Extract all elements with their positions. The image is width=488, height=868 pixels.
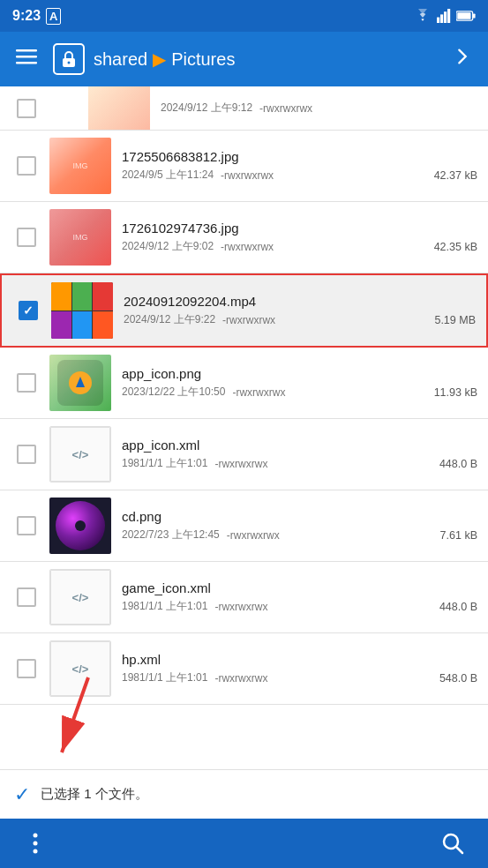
checkbox-area xyxy=(11,438,42,470)
breadcrumb: shared ▶ Pictures xyxy=(94,49,437,70)
file-thumbnail xyxy=(49,355,111,411)
file-permissions: -rwxrwxrwx xyxy=(214,672,267,685)
file-item-selected[interactable]: 20240912092204.mp4 2024/9/12 上午9:22 -rwx… xyxy=(0,273,488,348)
status-left: 9:23 A xyxy=(12,8,61,25)
file-item[interactable]: </> hp.xml 1981/1/1 上午1:01 -rwxrwxrwx 54… xyxy=(0,633,488,705)
svg-rect-8 xyxy=(16,56,37,58)
svg-rect-5 xyxy=(457,12,470,19)
file-permissions: -rwxrwxrwx xyxy=(232,386,285,399)
file-date: 2024/9/12 上午9:02 xyxy=(122,239,214,254)
file-item[interactable]: </> app_icon.xml 1981/1/1 上午1:01 -rwxrwx… xyxy=(0,419,488,490)
file-meta: 1981/1/1 上午1:01 -rwxrwxrwx 548.0 B xyxy=(122,670,477,685)
file-item[interactable]: app_icon.png 2023/12/22 上午10:50 -rwxrwxr… xyxy=(0,348,488,419)
checkbox-area xyxy=(11,581,42,613)
file-thumbnail: IMG xyxy=(49,209,111,266)
file-permissions: -rwxrwxrwx xyxy=(227,529,280,542)
file-info: 1726102974736.jpg 2024/9/12 上午9:02 -rwxr… xyxy=(122,221,477,254)
checkbox-area xyxy=(12,295,44,326)
file-checkbox[interactable] xyxy=(17,228,36,247)
checkbox-area xyxy=(11,150,42,182)
partial-file-item: 2024/9/12 上午9:12 -rwxrwxrwx xyxy=(0,86,488,131)
file-permissions: -rwxrwxrwx xyxy=(214,601,267,613)
menu-button[interactable] xyxy=(9,39,44,79)
file-item[interactable]: IMG 1725506683812.jpg 2024/9/5 上午11:24 -… xyxy=(0,131,488,202)
file-size: 548.0 B xyxy=(439,672,477,685)
file-item[interactable]: IMG 1726102974736.jpg 2024/9/12 上午9:02 -… xyxy=(0,202,488,273)
status-a-icon: A xyxy=(46,8,61,25)
battery-icon xyxy=(456,10,476,22)
file-size: 448.0 B xyxy=(439,601,477,613)
top-bar: shared ▶ Pictures xyxy=(0,32,488,86)
svg-rect-0 xyxy=(437,18,439,23)
file-size: 448.0 B xyxy=(439,458,477,470)
file-date: 2022/7/23 上午12:45 xyxy=(122,528,220,542)
file-permissions: -rwxrwxrwx xyxy=(221,241,274,253)
file-size: 11.93 kB xyxy=(434,386,477,399)
file-meta: 2024/9/5 上午11:24 -rwxrwxrwx 42.37 kB xyxy=(122,168,477,183)
file-info: cd.png 2022/7/23 上午12:45 -rwxrwxrwx 7.61… xyxy=(122,509,477,542)
file-checkbox[interactable] xyxy=(17,587,36,607)
checkbox[interactable] xyxy=(17,99,36,118)
file-thumbnail xyxy=(49,498,111,554)
chevron-right-icon[interactable] xyxy=(446,40,479,79)
file-date: 1981/1/1 上午1:01 xyxy=(122,670,207,685)
file-meta: 2024/9/12 上午9:22 -rwxrwxrwx 5.19 MB xyxy=(124,312,476,327)
file-meta: 2022/7/23 上午12:45 -rwxrwxrwx 7.61 kB xyxy=(122,528,477,542)
more-options-button[interactable] xyxy=(18,826,53,861)
checkbox-partial xyxy=(11,93,42,124)
file-name: 20240912092204.mp4 xyxy=(124,294,476,309)
svg-rect-1 xyxy=(440,14,443,23)
file-item[interactable]: cd.png 2022/7/23 上午12:45 -rwxrwxrwx 7.61… xyxy=(0,490,488,562)
selection-check-icon: ✓ xyxy=(14,783,30,806)
svg-rect-7 xyxy=(16,49,37,52)
svg-line-19 xyxy=(456,847,462,853)
checkbox-area xyxy=(11,367,42,399)
file-checkbox[interactable] xyxy=(17,445,36,464)
file-size: 42.35 kB xyxy=(434,241,477,253)
file-date: 2024/9/5 上午11:24 xyxy=(122,168,214,183)
file-checkbox-checked[interactable] xyxy=(19,301,38,320)
file-date: 1981/1/1 上午1:01 xyxy=(122,456,207,471)
partial-file-meta: 2024/9/12 上午9:12 -rwxrwxrwx xyxy=(161,101,312,116)
checkbox-area xyxy=(11,510,42,542)
file-permissions: -rwxrwxrwx xyxy=(222,314,275,326)
status-time: 9:23 xyxy=(12,8,41,24)
file-checkbox[interactable] xyxy=(17,156,36,176)
checkbox-area xyxy=(11,221,42,253)
svg-rect-6 xyxy=(473,13,476,18)
file-item[interactable]: </> game_icon.xml 1981/1/1 上午1:01 -rwxrw… xyxy=(0,562,488,633)
file-thumbnail xyxy=(51,282,113,339)
file-meta: 1981/1/1 上午1:01 -rwxrwxrwx 448.0 B xyxy=(122,456,477,471)
file-date: 2023/12/22 上午10:50 xyxy=(122,385,225,400)
file-meta: 1981/1/1 上午1:01 -rwxrwxrwx 448.0 B xyxy=(122,599,477,614)
search-button[interactable] xyxy=(435,826,470,861)
svg-point-15 xyxy=(34,834,38,838)
file-info: app_icon.png 2023/12/22 上午10:50 -rwxrwxr… xyxy=(122,366,477,400)
file-name: app_icon.png xyxy=(122,366,477,381)
checkbox-area xyxy=(11,653,42,685)
file-name: hp.xml xyxy=(122,652,477,667)
file-meta: 2024/9/12 上午9:02 -rwxrwxrwx 42.35 kB xyxy=(122,239,477,254)
partial-thumb xyxy=(88,86,150,131)
file-name: game_icon.xml xyxy=(122,580,477,595)
svg-rect-9 xyxy=(16,62,37,64)
file-info: hp.xml 1981/1/1 上午1:01 -rwxrwxrwx 548.0 … xyxy=(122,652,477,685)
file-name: app_icon.xml xyxy=(122,438,477,453)
file-list: 2024/9/12 上午9:12 -rwxrwxrwx IMG 17255066… xyxy=(0,86,488,769)
file-info: game_icon.xml 1981/1/1 上午1:01 -rwxrwxrwx… xyxy=(122,580,477,614)
svg-point-16 xyxy=(34,842,38,846)
file-thumbnail: IMG xyxy=(49,138,111,194)
breadcrumb-pictures: Pictures xyxy=(171,49,235,70)
file-date: 1981/1/1 上午1:01 xyxy=(122,599,207,614)
file-checkbox[interactable] xyxy=(17,659,36,678)
svg-point-11 xyxy=(68,62,71,64)
file-name: 1725506683812.jpg xyxy=(122,149,477,164)
file-checkbox[interactable] xyxy=(17,516,36,535)
file-info: app_icon.xml 1981/1/1 上午1:01 -rwxrwxrwx … xyxy=(122,438,477,471)
svg-rect-2 xyxy=(444,11,447,23)
file-info: 20240912092204.mp4 2024/9/12 上午9:22 -rwx… xyxy=(124,294,476,327)
file-permissions: -rwxrwxrwx xyxy=(214,458,267,470)
lock-icon xyxy=(53,43,85,75)
file-checkbox[interactable] xyxy=(17,373,36,393)
file-size: 7.61 kB xyxy=(440,529,477,542)
